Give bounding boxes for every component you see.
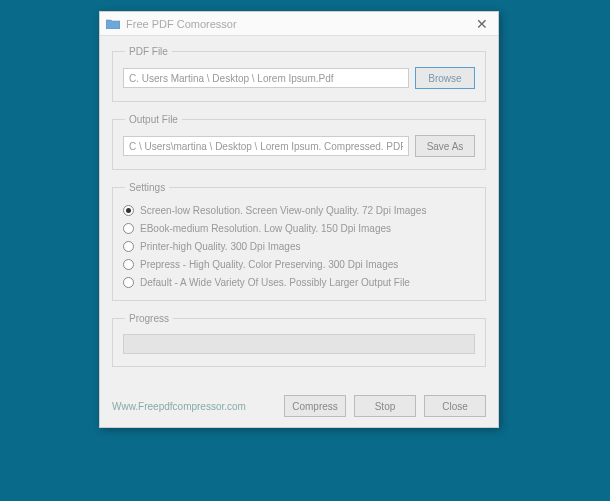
settings-radio-group: Screen-low Resolution. Screen View-only … — [123, 203, 475, 288]
radio-icon[interactable] — [123, 241, 134, 252]
settings-option-label: Prepress - High Quality. Color Preservin… — [140, 259, 398, 270]
radio-icon[interactable] — [123, 277, 134, 288]
settings-option-label: Default - A Wide Variety Of Uses. Possib… — [140, 277, 410, 288]
settings-option-4[interactable]: Default - A Wide Variety Of Uses. Possib… — [123, 277, 475, 288]
content-area: PDF File Browse Output File Save As Sett… — [100, 36, 498, 387]
window-title: Free PDF Comoressor — [126, 18, 472, 30]
output-file-input[interactable] — [123, 136, 409, 156]
settings-option-3[interactable]: Prepress - High Quality. Color Preservin… — [123, 259, 475, 270]
progress-legend: Progress — [125, 313, 173, 324]
stop-button[interactable]: Stop — [354, 395, 416, 417]
radio-icon[interactable] — [123, 259, 134, 270]
settings-group: Settings Screen-low Resolution. Screen V… — [112, 182, 486, 301]
titlebar: Free PDF Comoressor ✕ — [100, 12, 498, 36]
pdf-file-legend: PDF File — [125, 46, 172, 57]
settings-option-2[interactable]: Printer-high Quality. 300 Dpi Images — [123, 241, 475, 252]
settings-option-0[interactable]: Screen-low Resolution. Screen View-only … — [123, 205, 475, 216]
progress-group: Progress — [112, 313, 486, 367]
website-link[interactable]: Www.Freepdfcompressor.com — [112, 401, 276, 412]
settings-option-label: Screen-low Resolution. Screen View-only … — [140, 205, 426, 216]
footer: Www.Freepdfcompressor.com Compress Stop … — [100, 387, 498, 427]
compress-button[interactable]: Compress — [284, 395, 346, 417]
browse-button[interactable]: Browse — [415, 67, 475, 89]
pdf-file-input[interactable] — [123, 68, 409, 88]
pdf-file-group: PDF File Browse — [112, 46, 486, 102]
settings-option-label: EBook-medium Resolution. Low Quality. 15… — [140, 223, 391, 234]
close-button[interactable]: Close — [424, 395, 486, 417]
close-icon[interactable]: ✕ — [472, 16, 492, 32]
settings-legend: Settings — [125, 182, 169, 193]
app-window: Free PDF Comoressor ✕ PDF File Browse Ou… — [99, 11, 499, 428]
folder-icon — [106, 19, 120, 29]
save-as-button[interactable]: Save As — [415, 135, 475, 157]
radio-icon[interactable] — [123, 205, 134, 216]
settings-option-1[interactable]: EBook-medium Resolution. Low Quality. 15… — [123, 223, 475, 234]
settings-option-label: Printer-high Quality. 300 Dpi Images — [140, 241, 300, 252]
output-file-group: Output File Save As — [112, 114, 486, 170]
progress-bar — [123, 334, 475, 354]
radio-icon[interactable] — [123, 223, 134, 234]
output-file-legend: Output File — [125, 114, 182, 125]
